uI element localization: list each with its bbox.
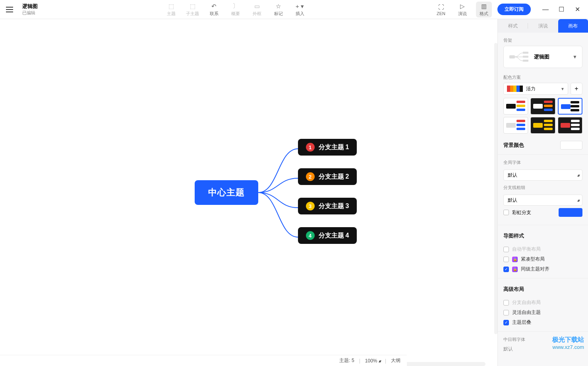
file-title: 逻辑图 <box>22 3 38 10</box>
toolbar-right: ⛶ZEN ▷演说 ▥格式 立即订阅 <box>433 2 531 18</box>
relation-icon: ↶ <box>211 2 217 10</box>
format-panel: 样式 演说 画布 骨架 逻辑图 ▼ 配色方案 <box>497 19 588 366</box>
lock-icon: 🔒 <box>512 257 518 262</box>
toolbar-center: ⬚主题 ⬚子主题 ↶联系 〕概要 ▭外框 ☆标记 + ▾插入 <box>38 2 433 17</box>
badge-1: 1 <box>306 143 315 152</box>
tb-subtopic[interactable]: ⬚子主题 <box>185 2 201 17</box>
svg-rect-0 <box>509 55 515 58</box>
subscribe-button[interactable]: 立即订阅 <box>497 4 531 15</box>
subtopic-icon: ⬚ <box>190 2 195 10</box>
row-free-branch: 分支自由布局 <box>498 298 588 308</box>
row-free-topic[interactable]: 灵活自由主题 <box>498 308 588 317</box>
section-scheme: 配色方案 活力 ▼ + <box>498 70 588 135</box>
row-overlap[interactable]: ✓主题层叠 <box>498 317 588 327</box>
tb-topic[interactable]: ⬚主题 <box>163 2 179 17</box>
format-icon: ▥ <box>481 2 487 10</box>
badge-3: 3 <box>306 202 315 210</box>
badge-2: 2 <box>306 172 315 181</box>
row-align-siblings[interactable]: ✓🔒同级主题对齐 <box>498 264 588 274</box>
global-font-select[interactable]: 默认▴▾ <box>503 169 582 181</box>
zoom-level[interactable]: 100% ▴▾ <box>365 358 380 364</box>
chevron-down-icon: ▼ <box>573 54 577 60</box>
file-info: 逻辑图 已编辑 <box>22 3 38 16</box>
rainbow-row: 彩虹分支 <box>498 206 588 222</box>
scheme-thumbs <box>503 98 582 134</box>
tab-canvas[interactable]: 画布 <box>558 19 588 33</box>
panel-tabs: 样式 演说 画布 <box>498 19 588 33</box>
tab-style[interactable]: 样式 <box>498 23 528 29</box>
skeleton-preview-icon <box>509 51 529 63</box>
branch-topic-4[interactable]: 4 分支主题4 <box>298 227 357 244</box>
window-maximize[interactable]: ☐ <box>559 7 564 12</box>
app-root: 逻辑图 已编辑 ⬚主题 ⬚子主题 ↶联系 〕概要 ▭外框 ☆标记 + ▾插入 ⛶… <box>0 0 588 366</box>
section-advanced: 高级布局 <box>498 281 588 298</box>
scheme-thumb-3[interactable] <box>558 98 582 115</box>
canvas[interactable]: 中心主题 1 分支主题1 2 分支主题2 3 分支主题3 <box>0 19 497 366</box>
branch-weight-select[interactable]: 默认▴▾ <box>503 195 582 206</box>
cb-align-siblings[interactable]: ✓ <box>503 267 509 272</box>
svg-rect-3 <box>523 60 528 62</box>
window-close[interactable]: ✕ <box>574 7 580 12</box>
zen-icon: ⛶ <box>438 3 444 11</box>
cb-compact[interactable] <box>503 257 509 262</box>
window-minimize[interactable]: — <box>543 7 548 12</box>
window-controls: — ☐ ✕ <box>543 7 580 12</box>
play-icon: ▷ <box>460 2 465 10</box>
boundary-icon: ▭ <box>254 2 260 10</box>
svg-rect-2 <box>523 56 528 58</box>
row-auto-balance: 自动平衡布局 <box>498 244 588 254</box>
section-skeleton: 骨架 逻辑图 ▼ <box>498 33 588 70</box>
topic-count-label: 主题: 5 <box>339 357 354 364</box>
skeleton-select[interactable]: 逻辑图 ▼ <box>503 46 582 68</box>
rainbow-checkbox[interactable] <box>503 210 509 215</box>
scheme-thumb-2[interactable] <box>530 98 555 115</box>
tb-zen[interactable]: ⛶ZEN <box>433 3 449 16</box>
tb-relation[interactable]: ↶联系 <box>206 2 222 17</box>
status-bar: 主题: 5 | 100% ▴▾ | 大纲 <box>0 355 407 366</box>
tb-boundary[interactable]: ▭外框 <box>249 2 265 17</box>
plus-icon: + ▾ <box>296 2 304 10</box>
scheme-thumb-1[interactable] <box>503 98 528 115</box>
rainbow-preview[interactable] <box>559 208 582 217</box>
scheme-swatches <box>507 86 523 92</box>
branch-topic-1[interactable]: 1 分支主题1 <box>298 139 357 156</box>
svg-rect-1 <box>523 52 528 54</box>
tab-pitch[interactable]: 演说 <box>528 23 558 29</box>
color-scheme-select[interactable]: 活力 ▼ <box>503 83 568 95</box>
background-color-swatch[interactable] <box>560 141 582 150</box>
tb-summary[interactable]: 〕概要 <box>228 2 244 17</box>
chevron-down-icon: ▼ <box>561 87 565 91</box>
branch-topic-2[interactable]: 2 分支主题2 <box>298 168 357 185</box>
tb-insert[interactable]: + ▾插入 <box>292 2 308 17</box>
titlebar: 逻辑图 已编辑 ⬚主题 ⬚子主题 ↶联系 〕概要 ▭外框 ☆标记 + ▾插入 ⛶… <box>0 0 588 19</box>
star-icon: ☆ <box>276 2 281 10</box>
tb-format[interactable]: ▥格式 <box>476 2 492 18</box>
outline-toggle[interactable]: 大纲 <box>391 357 400 364</box>
file-status: 已编辑 <box>22 10 38 16</box>
body: 中心主题 1 分支主题1 2 分支主题2 3 分支主题3 <box>0 19 588 366</box>
summary-icon: 〕 <box>232 2 238 10</box>
central-topic[interactable]: 中心主题 <box>195 180 258 205</box>
lock-icon: 🔒 <box>512 267 518 272</box>
cb-overlap[interactable]: ✓ <box>503 320 509 325</box>
cjk-font-value[interactable]: 默认 <box>498 346 588 356</box>
badge-4: 4 <box>306 231 315 240</box>
branch-topic-3[interactable]: 3 分支主题3 <box>298 198 357 214</box>
section-mapstyle: 导图样式 <box>498 228 588 244</box>
cb-free-branch <box>503 300 509 306</box>
topic-icon: ⬚ <box>168 2 174 10</box>
cb-free-topic[interactable] <box>503 310 509 315</box>
background-row: 背景颜色 <box>503 141 582 150</box>
add-scheme-button[interactable]: + <box>571 83 582 95</box>
scheme-thumb-5[interactable] <box>530 117 555 134</box>
scheme-thumb-4[interactable] <box>503 117 528 134</box>
cb-auto-balance <box>503 247 509 252</box>
scheme-thumb-6[interactable] <box>558 117 582 134</box>
menu-button[interactable] <box>0 7 19 12</box>
tb-marker[interactable]: ☆标记 <box>271 2 286 17</box>
tb-pitch[interactable]: ▷演说 <box>455 2 470 17</box>
row-compact[interactable]: 🔒紧凑型布局 <box>498 254 588 264</box>
